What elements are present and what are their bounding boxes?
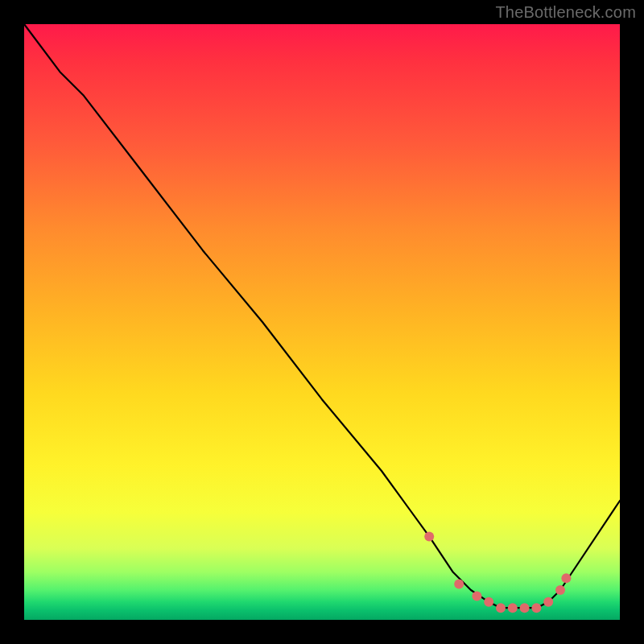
watermark-text: TheBottleneck.com	[495, 3, 636, 22]
marker-dot	[531, 603, 541, 613]
marker-dot	[424, 531, 434, 541]
marker-dots	[424, 531, 571, 613]
marker-dot	[508, 603, 518, 613]
marker-dot	[454, 580, 464, 589]
marker-dot	[496, 603, 506, 613]
marker-dot	[484, 597, 493, 607]
marker-dot	[543, 597, 553, 607]
curve-layer	[24, 24, 620, 620]
marker-dot	[555, 585, 565, 595]
bottleneck-curve	[24, 24, 620, 608]
gradient-plot-area	[24, 24, 620, 620]
marker-dot	[561, 573, 571, 583]
marker-dot	[520, 603, 530, 613]
chart-stage: TheBottleneck.com	[0, 0, 644, 644]
marker-dot	[472, 591, 481, 601]
